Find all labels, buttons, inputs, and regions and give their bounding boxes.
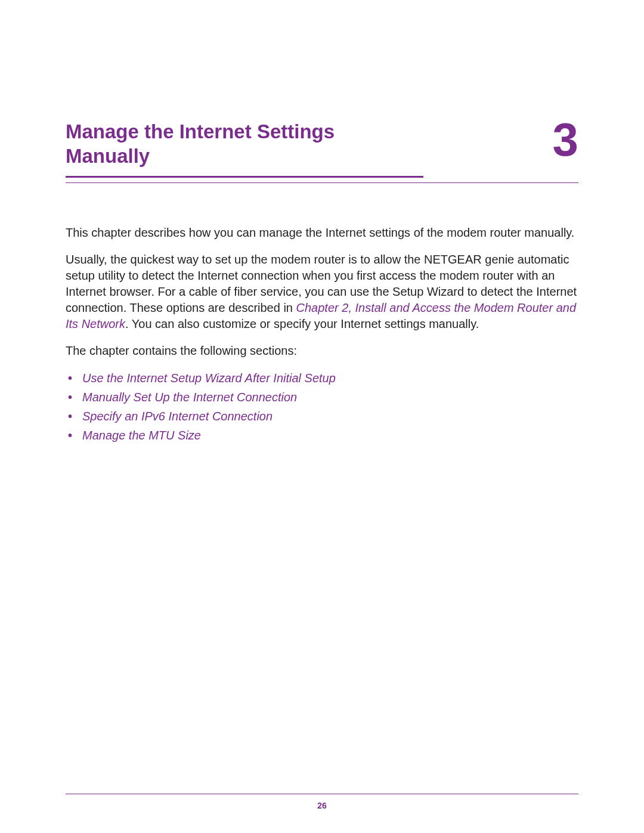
footer-rule [66,794,578,794]
chapter-title-wrap: Manage the Internet Settings Manually [66,119,423,178]
sections-intro: The chapter contains the following secti… [66,343,578,359]
chapter-header: Manage the Internet Settings Manually 3 [66,119,578,183]
page-number: 26 [0,801,644,810]
chapter-title: Manage the Internet Settings Manually [66,119,423,169]
p2-part2: . You can also customize or specify your… [125,317,479,330]
section-link-ipv6[interactable]: Specify an IPv6 Internet Connection [82,408,578,425]
section-link-manual-setup[interactable]: Manually Set Up the Internet Connection [82,389,578,405]
page-content: Manage the Internet Settings Manually 3 … [0,0,644,444]
section-list: Use the Internet Setup Wizard After Init… [66,370,578,444]
description-paragraph: Usually, the quickest way to set up the … [66,252,578,332]
section-link-mtu[interactable]: Manage the MTU Size [82,427,578,444]
intro-paragraph: This chapter describes how you can manag… [66,225,578,241]
chapter-number: 3 [553,116,578,163]
section-link-wizard[interactable]: Use the Internet Setup Wizard After Init… [82,370,578,386]
